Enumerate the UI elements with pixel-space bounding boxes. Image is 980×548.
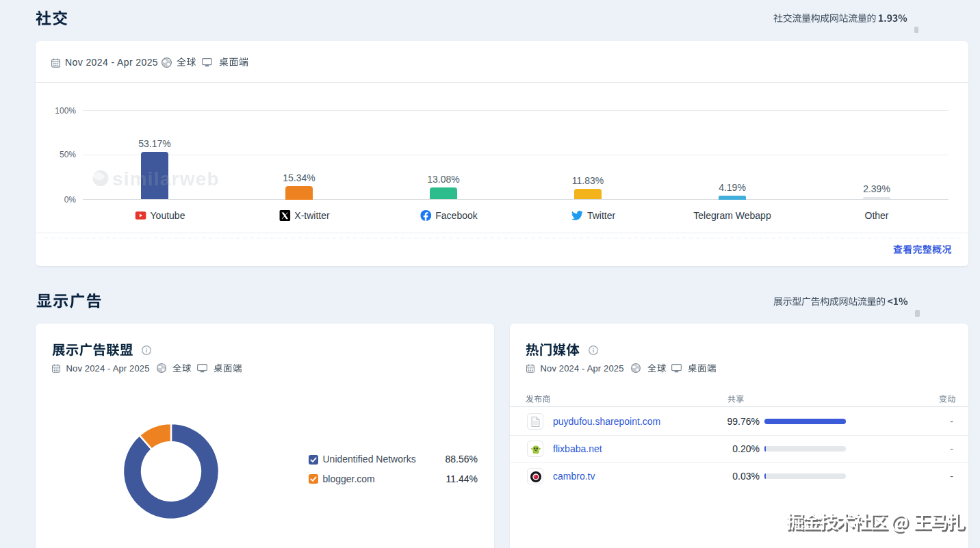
- svg-text:similarweb: similarweb: [112, 168, 220, 189]
